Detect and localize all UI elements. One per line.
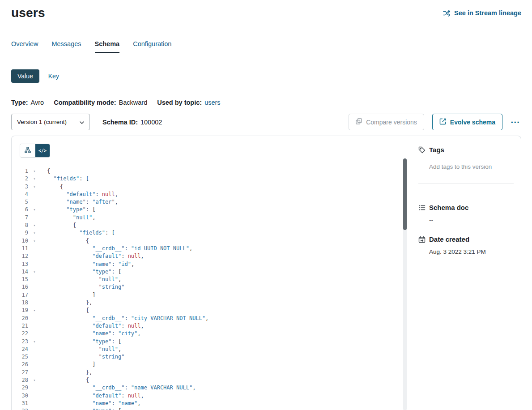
code-line: 5 "name": "after", [12,198,411,206]
code-line: 24 "null", [12,346,411,353]
collapse-caret-icon[interactable]: ▾ [31,307,38,314]
stream-lineage-icon [443,10,451,17]
code-line: 8▾ { [12,222,411,229]
code-line: 18 }, [12,299,411,307]
date-created-section: Date created Aug. 3 2022 3:21 PM [418,235,514,255]
code-line: 21 "default": null, [12,322,411,330]
code-text: "name": "name", [47,400,141,407]
code-line: 4 "default": null, [12,191,411,198]
tree-view-button[interactable] [20,144,35,157]
code-line: 22 "name": "city", [12,330,411,337]
caret-spacer [31,283,38,291]
line-number: 27 [12,369,28,376]
line-number: 1 [12,167,28,175]
caret-spacer [31,214,38,222]
collapse-caret-icon[interactable]: ▾ [31,222,38,229]
schema-doc-heading: Schema doc [418,204,514,211]
line-number: 32 [12,407,28,410]
compare-versions-button[interactable]: Compare versions [349,114,424,130]
tab-configuration[interactable]: Configuration [133,40,171,53]
compare-icon [356,118,362,126]
collapse-caret-icon[interactable]: ▾ [31,175,38,183]
caret-spacer [31,384,38,392]
code-text: "null", [47,276,121,283]
caret-spacer [31,291,38,299]
line-number: 28 [12,376,28,384]
code-line: 1▾{ [12,167,411,175]
code-line: 12 "default": null, [12,252,411,260]
line-number: 16 [12,283,28,291]
code-view-button[interactable]: </> [35,144,50,157]
caret-spacer [31,361,38,368]
collapse-caret-icon[interactable]: ▾ [31,237,38,245]
code-line: 31 "name": "name", [12,400,411,407]
key-toggle-button[interactable]: Key [46,69,62,83]
caret-spacer [31,198,38,206]
more-options-button[interactable]: ⋯ [510,118,521,127]
tab-schema[interactable]: Schema [95,40,120,53]
tag-icon [418,146,426,154]
code-text: "__crdb__": "city VARCHAR NOT NULL", [47,315,209,322]
code-text: }, [47,299,92,307]
value-toggle-button[interactable]: Value [11,69,39,83]
line-number: 30 [12,392,28,400]
line-number: 10 [12,237,28,245]
schema-id-value: 100002 [140,119,162,126]
code-text: { [47,183,63,191]
topic-link[interactable]: users [204,99,220,106]
add-tags-input[interactable] [429,162,514,173]
meta-topic-label: Used by topic: [157,99,202,106]
schema-panel: </> 1▾{2▾ "fields": [3▾ {4 "default": nu… [11,136,521,410]
editor-scrollbar[interactable] [403,158,407,410]
caret-spacer [31,276,38,283]
line-number: 24 [12,346,28,353]
line-number: 14 [12,268,28,276]
collapse-caret-icon[interactable]: ▾ [31,183,38,191]
code-line: 28▾ { [12,376,411,384]
code-line: 27 }, [12,369,411,376]
stream-lineage-link[interactable]: See in Stream lineage [443,9,521,17]
schema-doc-title: Schema doc [429,204,468,211]
line-number: 19 [12,307,28,314]
date-created-value: Aug. 3 2022 3:21 PM [429,248,514,255]
code-line: 19▾ { [12,307,411,314]
caret-spacer [31,400,38,407]
code-line: 25 "string" [12,353,411,361]
line-number: 13 [12,261,28,268]
collapse-caret-icon[interactable]: ▾ [31,268,38,276]
evolve-schema-button[interactable]: Evolve schema [432,114,502,130]
collapse-caret-icon[interactable]: ▾ [31,206,38,214]
collapse-caret-icon[interactable]: ▾ [31,338,38,346]
line-number: 25 [12,353,28,361]
code-view-icon: </> [38,148,47,153]
collapse-caret-icon[interactable]: ▾ [31,167,38,175]
caret-spacer [31,369,38,376]
code-text: "string" [47,353,124,361]
code-text: { [47,376,89,384]
date-created-title: Date created [429,235,469,243]
line-number: 23 [12,338,28,346]
code-text: { [47,167,50,175]
line-number: 18 [12,299,28,307]
editor-scrollbar-thumb[interactable] [403,158,407,230]
tags-title: Tags [429,146,444,154]
tab-overview[interactable]: Overview [11,40,38,53]
code-line: 29 "__crdb__": "name VARCHAR NULL", [12,384,411,392]
line-number: 8 [12,222,28,229]
collapse-caret-icon[interactable]: ▾ [31,229,38,237]
code-line: 2▾ "fields": [ [12,175,411,183]
line-number: 4 [12,191,28,198]
code-line: 23▾ "type": [ [12,338,411,346]
version-select[interactable]: Version 1 (current) [11,114,90,130]
tab-messages[interactable]: Messages [51,40,81,53]
schema-id-label: Schema ID: [102,119,138,126]
code-line: 20 "__crdb__": "city VARCHAR NOT NULL", [12,315,411,322]
chevron-down-icon [80,119,84,125]
collapse-caret-icon[interactable]: ▾ [31,407,38,410]
tab-bar: Overview Messages Schema Configuration [11,40,521,53]
evolve-schema-label: Evolve schema [450,119,495,126]
tags-heading: Tags [418,146,514,154]
collapse-caret-icon[interactable]: ▾ [31,376,38,384]
code-text: { [47,307,89,314]
line-number: 5 [12,198,28,206]
